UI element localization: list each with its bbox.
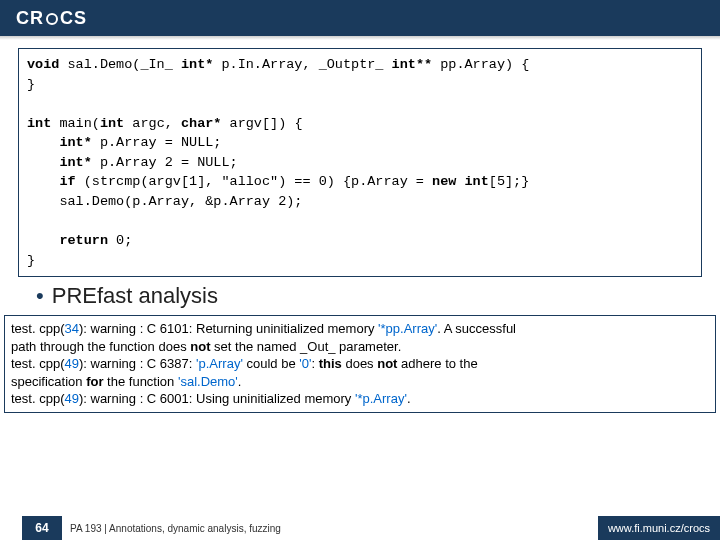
footer-text: PA 193 | Annotations, dynamic analysis, … [70, 523, 281, 534]
code-text: [5];} [489, 174, 530, 189]
code-text [27, 155, 59, 170]
code-text: p.Array = NULL; [92, 135, 222, 150]
warn-text: specification [11, 374, 86, 389]
code-kw: int** [392, 57, 433, 72]
warn-kw: this [319, 356, 342, 371]
header-divider [0, 36, 720, 40]
logo: CRCS [16, 8, 87, 29]
code-text [27, 135, 59, 150]
code-text: p.Array 2 = NULL; [92, 155, 238, 170]
warn-str: '*pp.Array' [378, 321, 437, 336]
code-text: 0; [108, 233, 132, 248]
code-text: } [27, 253, 35, 268]
code-kw: int [465, 174, 489, 189]
code-text [27, 233, 59, 248]
code-text: sal.Demo(_In_ [59, 57, 181, 72]
bullet-dot: • [36, 283, 44, 308]
code-text [27, 174, 59, 189]
code-kw: char* [181, 116, 222, 131]
warn-text: ): warning : C 6001: Using uninitialized… [79, 391, 355, 406]
warn-num: 49 [64, 356, 78, 371]
warn-text: the function [104, 374, 178, 389]
warn-kw: for [86, 374, 103, 389]
warn-text: . [407, 391, 411, 406]
header-bar: CRCS [0, 0, 720, 36]
warn-text: . [238, 374, 242, 389]
warn-text: ): warning : C 6387: [79, 356, 196, 371]
logo-icon [46, 13, 58, 25]
warn-str: '0' [299, 356, 311, 371]
page-number: 64 [22, 516, 62, 540]
footer-url: www.fi.muni.cz/crocs [598, 516, 720, 540]
code-kw: new [432, 174, 456, 189]
code-text: (strcmp(argv[1], "alloc") == 0) {p.Array… [76, 174, 432, 189]
code-kw: int* [59, 135, 91, 150]
warn-text: test. cpp( [11, 321, 64, 336]
code-text: sal.Demo(p.Array, &p.Array 2); [27, 194, 302, 209]
bullet-heading: •PREfast analysis [36, 283, 702, 309]
code-kw: int [100, 116, 124, 131]
code-block: void sal.Demo(_In_ int* p.In.Array, _Out… [18, 48, 702, 277]
code-kw: void [27, 57, 59, 72]
code-kw: return [59, 233, 108, 248]
code-text: pp.Array) { [432, 57, 529, 72]
code-text: p.In.Array, _Outptr_ [213, 57, 391, 72]
warn-text: does [342, 356, 377, 371]
code-text: argv[]) { [221, 116, 302, 131]
warn-text: : [311, 356, 318, 371]
code-kw: int* [59, 155, 91, 170]
warn-text: test. cpp( [11, 391, 64, 406]
warn-kw: not [377, 356, 397, 371]
code-kw: if [59, 174, 75, 189]
warn-text: ): warning : C 6101: Returning uninitial… [79, 321, 378, 336]
warn-text: set the named _Out_ parameter. [210, 339, 401, 354]
warn-text: . A successful [437, 321, 516, 336]
warn-num: 34 [64, 321, 78, 336]
warn-text: path through the function does [11, 339, 190, 354]
warn-text: could be [243, 356, 299, 371]
code-text: argc, [124, 116, 181, 131]
warn-text: test. cpp( [11, 356, 64, 371]
warn-str: '*p.Array' [355, 391, 407, 406]
warnings-block: test. cpp(34): warning : C 6101: Returni… [4, 315, 716, 413]
code-kw: int* [181, 57, 213, 72]
code-text [456, 174, 464, 189]
code-text: } [27, 77, 35, 92]
code-text: main( [51, 116, 100, 131]
footer: 64 PA 193 | Annotations, dynamic analysi… [0, 516, 720, 540]
warn-str: 'sal.Demo' [178, 374, 238, 389]
warn-text: adhere to the [397, 356, 477, 371]
code-kw: int [27, 116, 51, 131]
warn-kw: not [190, 339, 210, 354]
bullet-text: PREfast analysis [52, 283, 218, 308]
warn-str: 'p.Array' [196, 356, 243, 371]
warn-num: 49 [64, 391, 78, 406]
